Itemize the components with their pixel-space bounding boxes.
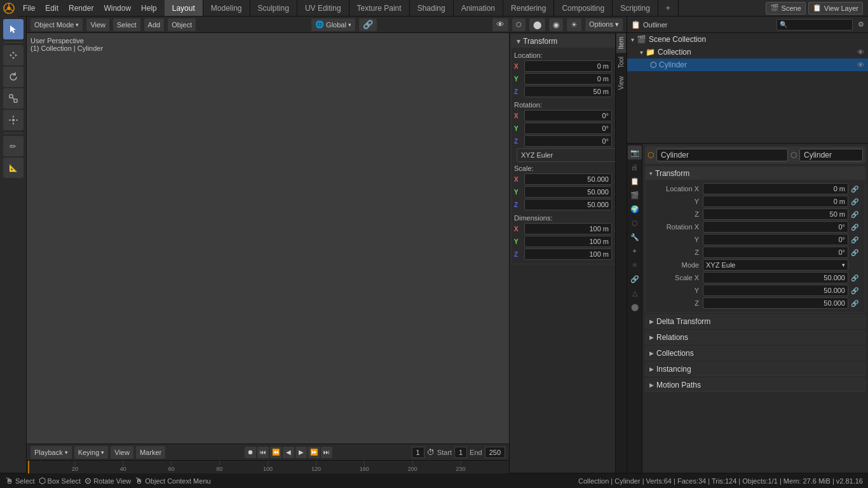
world-tab[interactable]: 🌍 bbox=[628, 202, 642, 216]
obj-scale-y-field[interactable]: 50.000 bbox=[703, 285, 848, 296]
current-frame-field[interactable]: 1 bbox=[412, 447, 424, 458]
record-btn[interactable]: ⏺ bbox=[245, 447, 256, 458]
instancing-header[interactable]: ▶ Instancing bbox=[646, 363, 865, 376]
collection-item[interactable]: ▾ 📁 Collection 👁 bbox=[627, 46, 868, 58]
menu-file[interactable]: File bbox=[18, 0, 40, 16]
options-btn[interactable]: Options ▾ bbox=[585, 18, 623, 31]
delta-transform-header[interactable]: ▶ Delta Transform bbox=[646, 315, 865, 328]
collections-header[interactable]: ▶ Collections bbox=[646, 347, 865, 360]
material-shading-btn[interactable]: ◉ bbox=[549, 18, 563, 31]
viewport-object-btn[interactable]: Object bbox=[168, 18, 196, 31]
cylinder-item[interactable]: ⬡ Cylinder 👁 bbox=[627, 58, 868, 71]
select-tool-btn[interactable] bbox=[3, 19, 24, 39]
scene-props-tab[interactable]: 🎬 bbox=[628, 188, 642, 202]
step-back-btn[interactable]: ⏪ bbox=[270, 447, 281, 458]
annotate-tool-btn[interactable]: ✏ bbox=[3, 136, 24, 156]
rotation-z-field[interactable]: 0° bbox=[524, 135, 612, 147]
move-tool-btn[interactable] bbox=[3, 45, 24, 65]
location-z-field[interactable]: 50 m bbox=[524, 86, 612, 97]
menu-render[interactable]: Render bbox=[64, 0, 98, 16]
dim-z-field[interactable]: 100 m bbox=[524, 248, 612, 260]
dim-x-field[interactable]: 100 m bbox=[524, 223, 612, 234]
scene-collection-chevron[interactable]: ▾ bbox=[631, 36, 634, 43]
blender-logo[interactable] bbox=[0, 0, 18, 17]
scene-selector[interactable]: 🎬 Scene bbox=[766, 2, 806, 15]
start-frame-field[interactable]: 1 bbox=[454, 447, 467, 458]
render-tab[interactable]: 📷 bbox=[628, 146, 642, 159]
play-back-btn[interactable]: ◀ bbox=[283, 447, 294, 458]
timeline-view-btn[interactable]: View bbox=[111, 446, 133, 459]
xyz-euler-dropdown[interactable]: XYZ Euler ▾ bbox=[517, 148, 625, 162]
item-tab[interactable]: Item bbox=[616, 33, 626, 53]
tab-shading[interactable]: Shading bbox=[410, 0, 454, 16]
tab-rendering[interactable]: Rendering bbox=[503, 0, 554, 16]
dim-y-field[interactable]: 100 m bbox=[524, 236, 612, 247]
transform-tool-btn[interactable] bbox=[3, 110, 24, 130]
obj-rot-x-field[interactable]: 0° bbox=[703, 221, 848, 233]
obj-loc-z-field[interactable]: 50 m bbox=[703, 208, 848, 220]
marker-btn[interactable]: Marker bbox=[136, 446, 165, 459]
cylinder-eye-icon[interactable]: 👁 bbox=[857, 61, 864, 69]
physics-tab[interactable]: ⚛ bbox=[628, 258, 642, 272]
playback-btn[interactable]: Playback ▾ bbox=[31, 446, 72, 459]
viewport-add-btn[interactable]: Add bbox=[144, 18, 165, 31]
menu-window[interactable]: Window bbox=[98, 0, 136, 16]
tool-tab[interactable]: Tool bbox=[616, 53, 626, 72]
view-layer-selector[interactable]: 📋 View Layer bbox=[808, 2, 863, 15]
object-data-name-field[interactable]: Cylinder bbox=[799, 149, 863, 161]
scale-tool-btn[interactable] bbox=[3, 88, 24, 109]
tab-uv-editing[interactable]: UV Editing bbox=[297, 0, 349, 16]
obj-rot-z-link[interactable]: 🔗 bbox=[850, 249, 860, 256]
location-y-field[interactable]: 0 m bbox=[524, 73, 612, 85]
tab-sculpting[interactable]: Sculpting bbox=[250, 0, 297, 16]
skip-start-btn[interactable]: ⏮ bbox=[257, 447, 269, 458]
play-btn[interactable]: ▶ bbox=[295, 447, 307, 458]
solid-shading-btn[interactable]: ⬤ bbox=[529, 18, 545, 31]
location-x-field[interactable]: 0 m bbox=[524, 60, 612, 72]
end-frame-field[interactable]: 250 bbox=[485, 447, 505, 458]
skip-end-btn[interactable]: ⏭ bbox=[321, 447, 332, 458]
tab-compositing[interactable]: Compositing bbox=[554, 0, 613, 16]
modifier-tab[interactable]: 🔧 bbox=[628, 230, 642, 244]
tab-texture-paint[interactable]: Texture Paint bbox=[349, 0, 410, 16]
output-tab[interactable]: 🖨 bbox=[628, 160, 642, 174]
overlay-btn[interactable]: 👁 bbox=[492, 18, 508, 31]
measure-tool-btn[interactable]: 📐 bbox=[3, 158, 24, 178]
rotation-y-field[interactable]: 0° bbox=[524, 123, 612, 134]
scale-z-field[interactable]: 50.000 bbox=[524, 199, 612, 210]
scale-x-field[interactable]: 50.000 bbox=[524, 173, 612, 185]
obj-rot-z-field[interactable]: 0° bbox=[703, 247, 848, 258]
obj-loc-y-field[interactable]: 0 m bbox=[703, 196, 848, 207]
global-snap-btn[interactable]: 🌐 Global ▾ bbox=[311, 18, 355, 31]
obj-scale-z-field[interactable]: 50.000 bbox=[703, 297, 848, 309]
viewport-view-btn[interactable]: View bbox=[86, 18, 109, 31]
timeline-ruler[interactable]: 20 40 60 80 100 120 160 200 230 bbox=[27, 461, 509, 473]
xray-btn[interactable]: ⬡ bbox=[512, 18, 526, 31]
obj-scale-x-link[interactable]: 🔗 bbox=[850, 274, 860, 281]
obj-loc-x-link[interactable]: 🔗 bbox=[850, 186, 860, 193]
particles-tab[interactable]: ✦ bbox=[628, 244, 642, 258]
obj-loc-y-link[interactable]: 🔗 bbox=[850, 198, 860, 205]
object-name-field[interactable]: Cylinder bbox=[656, 149, 788, 161]
scale-y-field[interactable]: 50.000 bbox=[524, 186, 612, 198]
rotation-x-field[interactable]: 0° bbox=[524, 110, 612, 121]
tab-layout[interactable]: Layout bbox=[165, 0, 203, 16]
material-tab[interactable]: ⬤ bbox=[628, 300, 642, 314]
motion-paths-header[interactable]: ▶ Motion Paths bbox=[646, 379, 865, 391]
obj-rot-y-field[interactable]: 0° bbox=[703, 234, 848, 245]
obj-loc-x-field[interactable]: 0 m bbox=[703, 183, 848, 194]
outliner-search[interactable]: 🔍 bbox=[776, 19, 853, 30]
tab-animation[interactable]: Animation bbox=[454, 0, 503, 16]
obj-scale-z-link[interactable]: 🔗 bbox=[850, 300, 860, 307]
menu-help[interactable]: Help bbox=[136, 0, 162, 16]
obj-transform-header[interactable]: ▾ Transform bbox=[646, 167, 865, 180]
viewport-select-btn[interactable]: Select bbox=[113, 18, 140, 31]
snap-magnet-btn[interactable]: 🔗 bbox=[359, 18, 377, 31]
relations-header[interactable]: ▶ Relations bbox=[646, 331, 865, 344]
rotate-tool-btn[interactable] bbox=[3, 67, 24, 87]
collection-chevron[interactable]: ▾ bbox=[640, 49, 643, 56]
step-forward-btn[interactable]: ⏩ bbox=[308, 447, 320, 458]
obj-rot-y-link[interactable]: 🔗 bbox=[850, 236, 860, 243]
tab-modeling[interactable]: Modeling bbox=[203, 0, 250, 16]
menu-edit[interactable]: Edit bbox=[40, 0, 64, 16]
